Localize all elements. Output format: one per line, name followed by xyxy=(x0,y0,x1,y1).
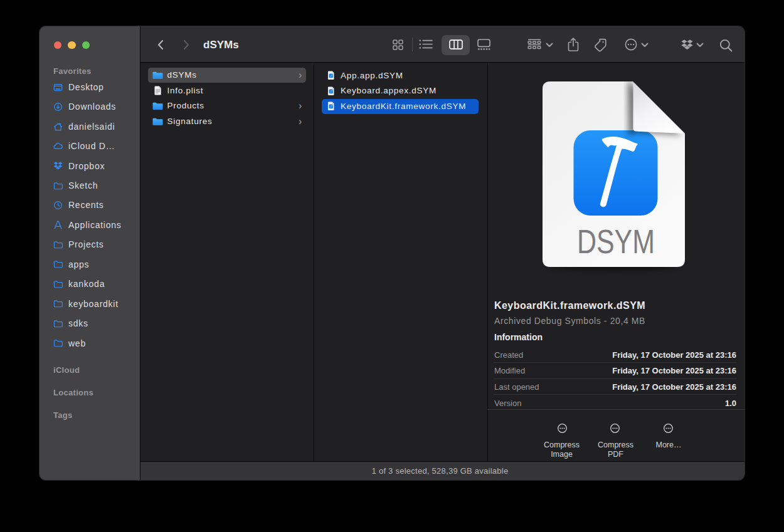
svg-text:DSYM: DSYM xyxy=(577,223,655,260)
